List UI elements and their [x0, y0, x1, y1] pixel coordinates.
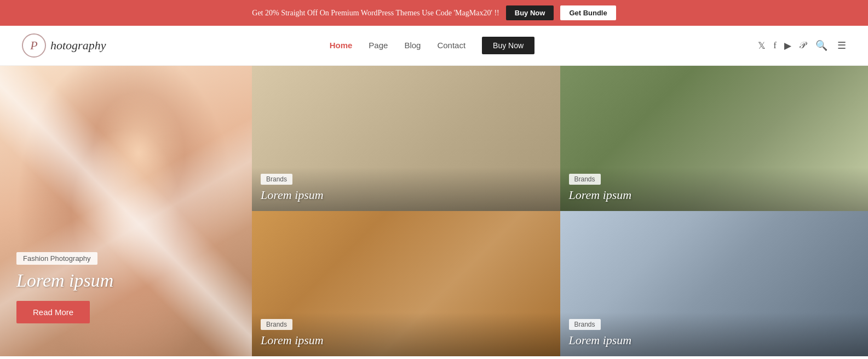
grid-image-top-right-2: Brands Lorem ipsum	[560, 66, 869, 211]
youtube-icon[interactable]: ▶	[784, 40, 791, 52]
nav-contact[interactable]: Contact	[437, 41, 465, 50]
site-header: P hotography Home Page Blog Contact Buy …	[0, 26, 868, 66]
read-more-button[interactable]: Read More	[16, 301, 90, 323]
content-grid: Fashion Photography Lorem ipsum Read Mor…	[0, 66, 868, 356]
top-banner: Get 20% Straight Off On Premium WordPres…	[0, 0, 868, 26]
banner-buy-now-button[interactable]: Buy Now	[506, 5, 554, 20]
hero-title: Lorem ipsum	[16, 270, 113, 291]
hero-overlay: Fashion Photography Lorem ipsum Read Mor…	[16, 252, 113, 323]
grid-image-overlay-3: Brands Lorem ipsum	[252, 312, 560, 356]
grid-image-overlay-1: Brands Lorem ipsum	[252, 167, 560, 211]
grid-title-1: Lorem ipsum	[261, 188, 551, 202]
grid-image-overlay-2: Brands Lorem ipsum	[560, 167, 869, 211]
nav-home[interactable]: Home	[330, 41, 353, 50]
nav-blog[interactable]: Blog	[404, 41, 421, 50]
brands-badge-1: Brands	[261, 174, 292, 185]
grid-image-overlay-4: Brands Lorem ipsum	[560, 312, 869, 356]
logo-text: hotography	[50, 38, 106, 53]
brands-badge-4: Brands	[569, 319, 601, 330]
banner-get-bundle-button[interactable]: Get Bundle	[560, 5, 616, 20]
social-icons-group: 𝕏 f ▶ 𝒫	[758, 40, 806, 52]
facebook-icon[interactable]: f	[773, 40, 777, 51]
pinterest-icon[interactable]: 𝒫	[799, 40, 806, 51]
grid-image-bottom-right-1: Brands Lorem ipsum	[252, 211, 560, 356]
nav-buy-now[interactable]: Buy Now	[482, 37, 534, 54]
menu-icon[interactable]: ☰	[837, 39, 846, 52]
banner-text: Get 20% Straight Off On Premium WordPres…	[252, 9, 499, 18]
grid-title-2: Lorem ipsum	[569, 188, 860, 202]
site-logo[interactable]: P hotography	[22, 33, 106, 58]
twitter-icon[interactable]: 𝕏	[758, 40, 766, 52]
main-navigation: Home Page Blog Contact Buy Now	[330, 41, 535, 50]
grid-title-4: Lorem ipsum	[569, 333, 860, 347]
header-right-section: 𝕏 f ▶ 𝒫 🔍 ☰	[758, 39, 846, 52]
hero-image-container: Fashion Photography Lorem ipsum Read Mor…	[0, 66, 252, 356]
hero-category-badge: Fashion Photography	[16, 252, 97, 265]
brands-badge-3: Brands	[261, 319, 292, 330]
main-content: Fashion Photography Lorem ipsum Read Mor…	[0, 66, 868, 356]
grid-image-bottom-right-2: Brands Lorem ipsum	[560, 211, 869, 356]
grid-image-top-right-1: Brands Lorem ipsum	[252, 66, 560, 211]
nav-page[interactable]: Page	[369, 41, 388, 50]
logo-circle-icon: P	[22, 33, 46, 58]
search-icon[interactable]: 🔍	[815, 39, 827, 52]
grid-title-3: Lorem ipsum	[261, 333, 551, 347]
brands-badge-2: Brands	[569, 174, 601, 185]
